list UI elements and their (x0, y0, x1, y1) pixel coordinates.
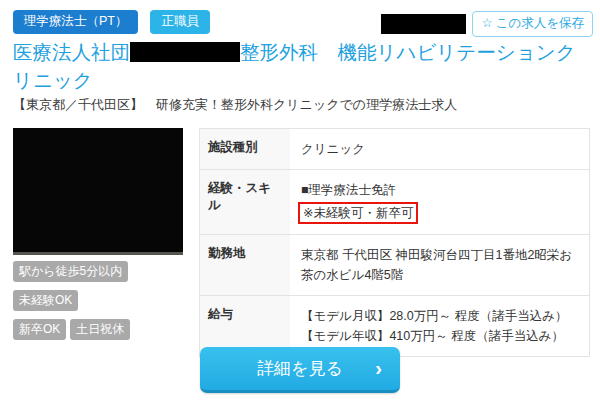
job-title-link[interactable]: 医療法人社団整形外科 機能リハビリテーションクリニック (13, 38, 591, 94)
redacted-company-name (130, 42, 240, 62)
top-right-actions: ☆この求人を保存 (381, 11, 593, 37)
feature-tag: 駅から徒歩5分以内 (13, 261, 128, 282)
table-row-experience-skills: 経験・スキル ■理学療法士免許 ※未経験可・新卒可 (200, 170, 589, 235)
row-value: ■理学療法士免許 ※未経験可・新卒可 (290, 170, 589, 234)
feature-tag: 未経験OK (13, 290, 78, 311)
cta-area: 詳細を見る› (0, 347, 600, 393)
save-job-button[interactable]: ☆この求人を保存 (472, 11, 593, 37)
feature-tag: 新卒OK (13, 319, 66, 340)
row-label: 経験・スキル (200, 170, 290, 234)
job-catchcopy: 【東京都／千代田区】 研修充実！整形外科クリニックでの理学療法士求人 (13, 96, 457, 114)
table-row-work-location: 勤務地 東京都 千代田区 神田駿河台四丁目1番地2昭栄お茶の水ビル4階5階 (200, 235, 589, 296)
highlighted-note: ※未経験可・新卒可 (298, 202, 418, 224)
job-details-table: 施設種別 クリニック 経験・スキル ■理学療法士免許 ※未経験可・新卒可 勤務地… (199, 128, 590, 357)
job-title-prefix: 医療法人社団 (13, 41, 130, 63)
view-details-label: 詳細を見る (257, 359, 343, 378)
redacted-text (381, 14, 466, 34)
chevron-right-icon: › (375, 356, 382, 379)
row-label: 施設種別 (200, 129, 290, 169)
badge-job-category: 理学療法士（PT） (13, 10, 138, 34)
badge-employment-type: 正職員 (150, 10, 210, 34)
row-label: 勤務地 (200, 235, 290, 295)
view-details-button[interactable]: 詳細を見る› (200, 347, 400, 393)
work-location-value: 東京都 千代田区 神田駿河台四丁目1番地2昭栄お茶の水ビル4階5階 (301, 245, 578, 285)
salary-annual-value: 【モデル年収】410万円～ 程度（諸手当込み） (301, 326, 578, 346)
salary-monthly-value: 【モデル月収】28.0万円～ 程度（諸手当込み） (301, 306, 578, 326)
feature-tag: 土日祝休 (70, 319, 130, 340)
job-type-badges: 理学療法士（PT） 正職員 (13, 10, 210, 34)
redacted-job-photo (13, 128, 183, 255)
table-row-facility-type: 施設種別 クリニック (200, 129, 589, 170)
feature-tags: 駅から徒歩5分以内未経験OK 新卒OK土日祝休 (13, 261, 193, 348)
facility-type-value: クリニック (301, 139, 578, 159)
row-value: 東京都 千代田区 神田駿河台四丁目1番地2昭栄お茶の水ビル4階5階 (290, 235, 589, 295)
star-icon: ☆ (481, 16, 492, 30)
row-value: クリニック (290, 129, 589, 169)
save-job-label: この求人を保存 (496, 16, 584, 30)
required-license-value: ■理学療法士免許 (301, 180, 578, 200)
